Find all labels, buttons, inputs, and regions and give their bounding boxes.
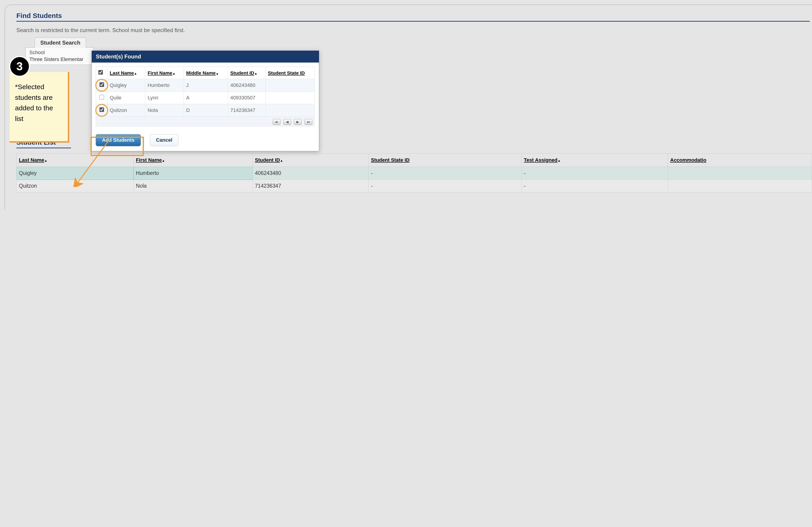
school-value: Three Sisters Elementar bbox=[29, 56, 90, 62]
cell-last-name: Quitzon bbox=[107, 104, 145, 117]
cell-first-name: Nola bbox=[134, 180, 253, 192]
step-badge: 3 bbox=[9, 56, 30, 77]
cell-student-id: 406243480 bbox=[228, 79, 265, 92]
cell-accommodation bbox=[668, 167, 812, 180]
cell-last-name: Quigley bbox=[17, 167, 134, 180]
table-row: QuigleyHumbertoJ406243480 bbox=[96, 79, 315, 92]
cell-last-name: Quile bbox=[107, 92, 145, 104]
col-first-name[interactable]: First Name bbox=[145, 67, 184, 79]
callout-note: *Selected students are added to the list bbox=[10, 72, 69, 142]
helper-text: Search is restricted to the current term… bbox=[16, 21, 812, 37]
table-row: QuileLynnA409330507 bbox=[96, 92, 315, 104]
cell-middle-name: D bbox=[184, 104, 228, 117]
cell-student-id: 409330507 bbox=[228, 92, 265, 104]
select-all-checkbox[interactable] bbox=[98, 70, 103, 75]
cell-first-name: Lynn bbox=[145, 92, 184, 104]
search-form-panel: School Three Sisters Elementar bbox=[26, 47, 94, 65]
modal-title: Student(s) Found bbox=[92, 51, 319, 62]
list-col-first-name[interactable]: First Name bbox=[134, 153, 253, 167]
cell-last-name: Quigley bbox=[107, 79, 145, 92]
col-student-id[interactable]: Student ID bbox=[228, 67, 265, 79]
row-checkbox[interactable] bbox=[100, 107, 104, 112]
cell-first-name: Humberto bbox=[145, 79, 184, 92]
cell-student-state-id: - bbox=[368, 167, 522, 180]
cell-middle-name: J bbox=[184, 79, 228, 92]
cell-test-assigned: - bbox=[522, 167, 668, 180]
cell-student-state-id bbox=[265, 92, 315, 104]
cell-accommodation bbox=[668, 180, 812, 192]
row-checkbox[interactable] bbox=[100, 95, 104, 100]
cell-test-assigned: - bbox=[522, 180, 668, 192]
cell-student-state-id bbox=[265, 104, 315, 117]
list-col-test-assigned[interactable]: Test Assigned bbox=[522, 153, 668, 167]
row-checkbox[interactable] bbox=[100, 82, 104, 87]
cell-student-state-id: - bbox=[368, 180, 522, 192]
table-row: QuitzonNolaD714236347 bbox=[96, 104, 315, 117]
add-students-button[interactable]: Add Students bbox=[96, 134, 141, 146]
tab-student-search[interactable]: Student Search bbox=[34, 37, 86, 48]
students-found-modal: Student(s) Found Last Name First Name Mi… bbox=[91, 50, 319, 151]
students-found-table: Last Name First Name Middle Name Student… bbox=[96, 67, 315, 117]
cell-student-id: 406243480 bbox=[252, 167, 368, 180]
cell-last-name: Quitzon bbox=[17, 180, 134, 192]
cell-first-name: Nola bbox=[145, 104, 184, 117]
cell-student-id: 714236347 bbox=[228, 104, 265, 117]
table-row: QuigleyHumberto406243480-- bbox=[17, 167, 812, 180]
cell-student-state-id bbox=[265, 79, 315, 92]
cancel-button[interactable]: Cancel bbox=[150, 134, 178, 146]
col-student-state-id[interactable]: Student State ID bbox=[265, 67, 315, 79]
pager: ⏮ ◀ ▶ ⏭ bbox=[96, 117, 315, 126]
col-last-name[interactable]: Last Name bbox=[107, 67, 145, 79]
pager-next-button[interactable]: ▶ bbox=[294, 119, 302, 125]
student-list-table: Last Name First Name Student ID Student … bbox=[16, 153, 812, 192]
list-col-student-state-id[interactable]: Student State ID bbox=[368, 153, 522, 167]
school-label: School bbox=[29, 49, 90, 56]
list-col-student-id[interactable]: Student ID bbox=[252, 153, 368, 167]
pager-first-button[interactable]: ⏮ bbox=[273, 119, 280, 125]
table-row: QuitzonNola714236347-- bbox=[17, 180, 812, 192]
cell-student-id: 714236347 bbox=[252, 180, 368, 192]
pager-prev-button[interactable]: ◀ bbox=[284, 119, 291, 125]
find-students-heading: Find Students bbox=[16, 12, 810, 21]
list-col-last-name[interactable]: Last Name bbox=[17, 153, 134, 167]
list-col-accommodation[interactable]: Accommodatio bbox=[668, 153, 812, 167]
cell-first-name: Humberto bbox=[134, 167, 253, 180]
col-middle-name[interactable]: Middle Name bbox=[184, 67, 228, 79]
pager-last-button[interactable]: ⏭ bbox=[305, 119, 312, 125]
cell-middle-name: A bbox=[184, 92, 228, 104]
